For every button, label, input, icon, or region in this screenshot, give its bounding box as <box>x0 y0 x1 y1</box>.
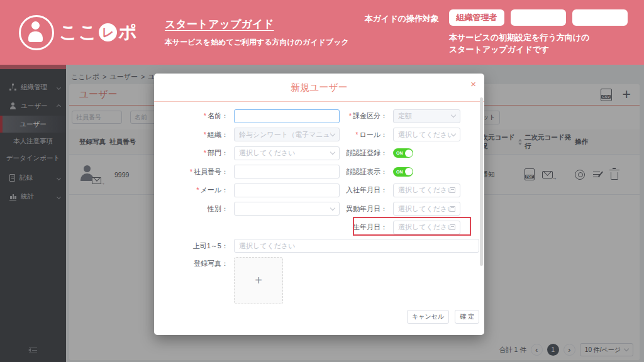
target-label: 本ガイドの操作対象 <box>365 13 439 25</box>
logo-part1: ここ <box>59 20 97 45</box>
target-right: 組織管理者 本サービスの初期設定を行う方向けの スタートアップガイドです <box>449 9 628 56</box>
role-badge-empty-1 <box>511 9 566 26</box>
billing-select[interactable]: 定額 <box>393 109 460 123</box>
chevron-down-icon <box>330 206 335 211</box>
photo-label: 登録写真： <box>154 255 234 268</box>
name-input[interactable] <box>234 109 340 123</box>
face-display-label: 顔認証表示： <box>340 167 393 177</box>
guide-subtitle: 本サービスを始めてご利用する方向けのガイドブック <box>165 37 349 48</box>
face-register-label: 顔認証登録： <box>340 148 393 158</box>
hire-date-picker[interactable]: 選択してください <box>393 184 460 197</box>
chevron-down-icon <box>451 131 456 136</box>
transfer-date-picker[interactable]: 選択してください <box>393 202 460 216</box>
plus-icon: + <box>255 273 262 288</box>
modal-title: 新規ユーザー <box>291 82 348 94</box>
org-label: *組織： <box>154 130 234 140</box>
target-block: 本ガイドの操作対象 組織管理者 本サービスの初期設定を行う方向けの スタートアッ… <box>365 9 628 56</box>
boss-select[interactable]: 選択してください <box>234 239 479 253</box>
dept-select[interactable]: 選択してください <box>234 146 340 160</box>
billing-label: *課金区分： <box>340 111 393 121</box>
role-badge-empty-2 <box>572 9 628 26</box>
email-label: *メール： <box>154 185 234 195</box>
gender-select[interactable] <box>234 202 340 216</box>
mascot-icon <box>19 15 54 50</box>
employee-no-label: *社員番号： <box>154 167 234 177</box>
org-select[interactable]: 鈴与シンワート（電子マニュアル） <box>234 128 340 141</box>
hire-date-label: 入社年月日： <box>340 185 393 195</box>
calendar-icon <box>450 206 455 212</box>
logo-accent-circle: レ <box>99 23 117 41</box>
calendar-icon <box>450 224 455 230</box>
modal-scrollbar-thumb[interactable] <box>480 97 483 266</box>
birth-date-picker[interactable]: 選択してください <box>393 221 460 234</box>
app-logo: ここ レ ポ <box>19 15 156 50</box>
close-icon[interactable]: × <box>470 79 476 89</box>
email-input[interactable] <box>234 184 340 197</box>
guide-block: スタートアップガイド 本サービスを始めてご利用する方向けのガイドブック <box>165 17 349 48</box>
birth-date-label: 生年月日： <box>340 222 393 232</box>
target-description-line1: 本サービスの初期設定を行う方向けの <box>449 31 628 44</box>
page: ここ レ ポ スタートアップガイド 本サービスを始めてご利用する方向けのガイドブ… <box>0 0 644 362</box>
dept-label: *部門： <box>154 148 234 158</box>
chevron-down-icon <box>451 112 456 118</box>
gender-label: 性別： <box>154 204 234 214</box>
logo-text: ここ レ ポ <box>59 20 138 45</box>
role-badges: 組織管理者 <box>449 9 628 26</box>
role-label: *ロール： <box>340 130 393 140</box>
logo-part2: ポ <box>118 20 138 45</box>
boss-label: 上司1～5： <box>154 241 234 251</box>
employee-no-input[interactable] <box>234 165 340 178</box>
transfer-date-label: 異動年月日： <box>340 204 393 214</box>
cancel-button[interactable]: キャンセル <box>407 310 449 324</box>
face-register-toggle[interactable]: ON <box>393 148 413 158</box>
calendar-icon <box>450 187 455 193</box>
target-description: 本サービスの初期設定を行う方向けの スタートアップガイドです <box>449 31 628 56</box>
name-label: *名前： <box>154 111 234 121</box>
new-user-modal: 新規ユーザー × *名前： *課金区分： 定額 *組織： 鈴与シンワート（電子マ… <box>154 74 484 335</box>
role-select[interactable]: 選択してください <box>393 128 460 141</box>
role-badge-org-admin: 組織管理者 <box>449 9 504 26</box>
photo-upload-box[interactable]: + <box>234 257 283 304</box>
chevron-down-icon <box>330 150 335 155</box>
top-header: ここ レ ポ スタートアップガイド 本サービスを始めてご利用する方向けのガイドブ… <box>0 0 644 65</box>
guide-title: スタートアップガイド <box>165 17 349 31</box>
face-display-toggle[interactable]: ON <box>393 167 413 177</box>
chevron-down-icon <box>330 131 335 136</box>
target-description-line2: スタートアップガイドです <box>449 43 628 56</box>
confirm-button[interactable]: 確 定 <box>455 310 479 324</box>
